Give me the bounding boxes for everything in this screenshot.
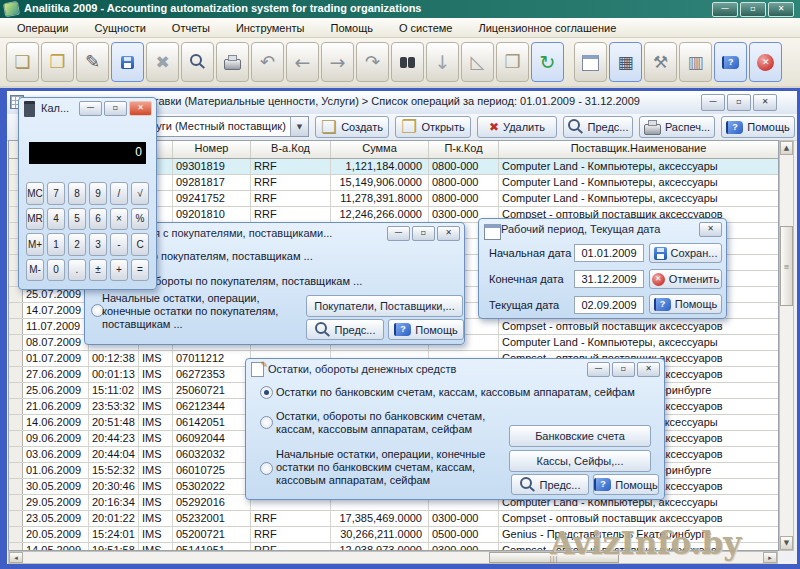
close-button[interactable]: ✕ <box>699 222 722 237</box>
menu-item-2[interactable]: Сущности <box>81 20 158 36</box>
operation-type-dropdown[interactable]: Услуги (Местный поставщик) ▼ <box>133 116 309 137</box>
calc-key-±[interactable]: ± <box>89 259 107 282</box>
calc-key-1[interactable]: 1 <box>47 233 65 256</box>
toolbar-open-button[interactable]: ❐ <box>41 42 74 82</box>
radio-option-3[interactable] <box>260 462 273 475</box>
calc-key-9[interactable]: 9 <box>89 182 107 205</box>
toolbar-measure-button[interactable]: ◺ <box>461 42 494 82</box>
toolbar-calculator-button[interactable]: ▦ <box>609 42 642 82</box>
row-selector[interactable] <box>9 447 23 462</box>
calc-key-MC[interactable]: MC <box>26 182 44 205</box>
calc-key-6[interactable]: 6 <box>89 208 107 231</box>
row-selector[interactable] <box>9 303 23 318</box>
scroll-right-arrow[interactable]: ▸ <box>763 552 777 563</box>
dialog-button-3[interactable]: Помощь <box>649 294 722 314</box>
close-button[interactable]: ✕ <box>437 226 460 241</box>
распеч-button[interactable]: Распеч... <box>639 116 715 138</box>
row-selector[interactable] <box>9 431 23 446</box>
close-button[interactable]: ✕ <box>768 2 794 17</box>
row-selector[interactable] <box>9 511 23 526</box>
period-dialog-titlebar[interactable]: Рабочий период, Текущая дата ✕ <box>479 219 726 239</box>
toolbar-exit-button[interactable] <box>749 42 782 82</box>
close-button[interactable]: ✕ <box>129 101 152 116</box>
maximize-button[interactable]: ▫ <box>412 226 435 241</box>
calc-key-M+[interactable]: M+ <box>26 233 44 256</box>
menu-item-7[interactable]: Лицензионное соглашение <box>465 20 629 36</box>
calc-key-%[interactable]: % <box>131 208 149 231</box>
row-selector[interactable] <box>9 479 23 494</box>
toolbar-find-button[interactable] <box>391 42 424 82</box>
calc-key-4[interactable]: 4 <box>47 208 65 231</box>
dialog-button-2[interactable]: Предс... <box>306 319 384 340</box>
row-selector[interactable] <box>9 415 23 430</box>
toolbar-paste-button[interactable]: ❒ <box>496 42 529 82</box>
toolbar-forward-button[interactable]: → <box>321 42 354 82</box>
toolbar-tools-button[interactable]: ⚒ <box>644 42 677 82</box>
toolbar-edit-button[interactable]: ✎ <box>76 42 109 82</box>
row-selector[interactable] <box>9 527 23 542</box>
period-date-input[interactable]: 02.09.2009 <box>574 296 644 314</box>
menu-item-1[interactable]: Операции <box>4 20 81 36</box>
period-date-input[interactable]: 01.01.2009 <box>574 244 644 262</box>
dialog-button-1[interactable]: Банковские счета <box>509 425 651 447</box>
toolbar-preview-button[interactable] <box>181 42 214 82</box>
close-button[interactable]: ✕ <box>753 94 777 111</box>
close-button[interactable]: ✕ <box>637 362 660 377</box>
toolbar-refresh-button[interactable]: ↻ <box>531 42 564 82</box>
toolbar-new-button[interactable]: ❏ <box>6 42 39 82</box>
dialog-button-1[interactable]: Сохран... <box>649 243 722 263</box>
minimize-button[interactable]: — <box>701 94 725 111</box>
scroll-up-arrow[interactable]: ▲ <box>780 141 793 155</box>
minimize-button[interactable]: — <box>587 362 610 377</box>
row-selector[interactable] <box>9 495 23 510</box>
toolbar-back-button[interactable]: ← <box>286 42 319 82</box>
menu-item-5[interactable]: Помощь <box>317 20 386 36</box>
row-selector[interactable] <box>9 543 23 551</box>
maximize-button[interactable]: ▫ <box>612 362 635 377</box>
period-date-input[interactable]: 31.12.2009 <box>574 270 644 288</box>
vertical-scrollbar[interactable]: ▲ ≡ ▼ <box>779 140 794 551</box>
toolbar-down-button[interactable]: ↓ <box>426 42 459 82</box>
minimize-button[interactable]: — <box>387 226 410 241</box>
menu-item-6[interactable]: О системе <box>386 20 465 36</box>
minimize-button[interactable]: — <box>712 2 738 17</box>
row-selector[interactable] <box>9 399 23 414</box>
maximize-button[interactable]: ▫ <box>727 94 751 111</box>
toolbar-redo-button[interactable]: ↷ <box>356 42 389 82</box>
calc-key--[interactable]: - <box>110 233 128 256</box>
toolbar-help-button[interactable] <box>714 42 747 82</box>
calc-key-2[interactable]: 2 <box>68 233 86 256</box>
calc-key-.[interactable]: . <box>68 259 86 282</box>
calc-key-×[interactable]: × <box>110 208 128 231</box>
calc-key-8[interactable]: 8 <box>68 182 86 205</box>
row-selector[interactable] <box>9 367 23 382</box>
vertical-scroll-thumb[interactable]: ≡ <box>780 226 793 306</box>
предс-button[interactable]: Предс... <box>563 116 633 138</box>
row-selector[interactable] <box>9 463 23 478</box>
создать-button[interactable]: ❏Создать <box>315 116 389 138</box>
row-selector[interactable] <box>9 319 23 334</box>
radio-option-2[interactable] <box>260 416 273 429</box>
calc-key-7[interactable]: 7 <box>47 182 65 205</box>
помощь-button[interactable]: Помощь <box>721 116 795 138</box>
menu-item-4[interactable]: Инструменты <box>223 20 318 36</box>
toolbar-undo-button[interactable]: ↶ <box>251 42 284 82</box>
открыть-button[interactable]: ❐Открыть <box>395 116 471 138</box>
calc-key-√[interactable]: √ <box>131 182 149 205</box>
dialog-button-2[interactable]: Помощь <box>593 474 659 495</box>
calc-key-MR[interactable]: MR <box>26 208 44 231</box>
row-selector[interactable] <box>9 383 23 398</box>
maximize-button[interactable]: ▫ <box>104 101 127 116</box>
toolbar-archive-button[interactable]: ▥ <box>679 42 712 82</box>
row-selector[interactable] <box>9 335 23 350</box>
toolbar-print-button[interactable] <box>216 42 249 82</box>
calc-key-0[interactable]: 0 <box>47 259 65 282</box>
calc-key-+[interactable]: + <box>110 259 128 282</box>
cash-dialog-titlebar[interactable]: Остатки, обороты денежных средств —▫✕ <box>246 359 664 379</box>
dialog-button-2[interactable]: Отменить <box>649 269 722 289</box>
toolbar-delete-button[interactable]: ✖ <box>146 42 179 82</box>
dialog-button-1[interactable]: Предс... <box>511 474 589 495</box>
calculator-titlebar[interactable]: Кал... —▫✕ <box>19 98 156 118</box>
menu-item-3[interactable]: Отчеты <box>159 20 223 36</box>
calc-key-5[interactable]: 5 <box>68 208 86 231</box>
